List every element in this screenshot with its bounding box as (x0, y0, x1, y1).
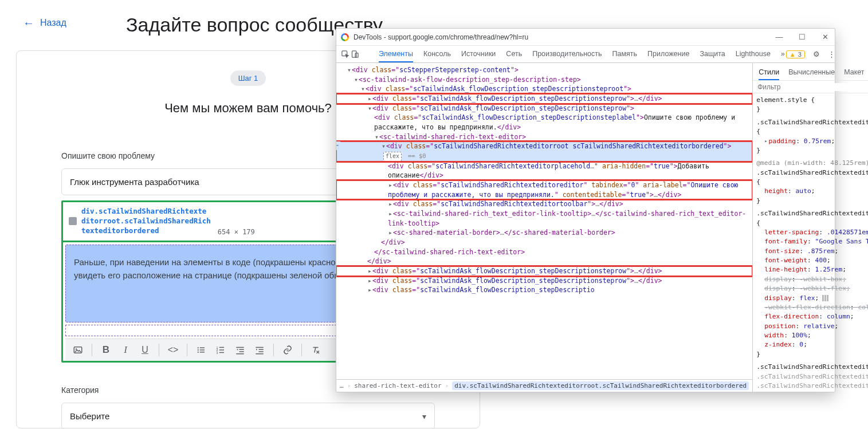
inspect-tooltip-dimensions: 654 × 179 (218, 228, 255, 236)
warnings-badge[interactable]: ▲3 (786, 50, 805, 58)
back-link[interactable]: ← Назад (23, 17, 66, 29)
css-declaration[interactable]: font-family: "Google Sans Text",Roboto,A… (764, 237, 868, 246)
css-declaration[interactable]: display: -webkit-box; (764, 275, 868, 284)
svg-point-1 (76, 348, 77, 349)
css-declaration[interactable]: ▸padding: 0.75rem; (764, 137, 868, 146)
css-declaration[interactable]: height: auto; (764, 187, 868, 196)
tab-styles[interactable]: Стили (759, 65, 779, 80)
svg-text:3: 3 (217, 351, 218, 355)
svg-rect-19 (259, 349, 264, 351)
dom-node-highlighted[interactable]: ▸<div class="scTailwindSharedRichtextedi… (336, 180, 752, 199)
css-declaration[interactable]: position: relative; (764, 322, 868, 331)
dom-node[interactable]: ▸<sc-tailwind-shared-rich_text_editor-li… (336, 209, 752, 228)
numbered-list-button[interactable]: 123 (213, 342, 229, 358)
css-declaration[interactable]: display: -webkit-flex; (764, 284, 868, 293)
dom-breadcrumb[interactable]: … › shared-rich-text-editor › div.scTail… (336, 379, 752, 392)
css-declaration[interactable]: line-height: 1.25rem; (764, 265, 868, 274)
svg-rect-18 (256, 347, 264, 348)
breadcrumb-item-selected[interactable]: div.scTailwindSharedRichtexteditorroot.s… (452, 381, 749, 390)
kebab-menu-icon[interactable]: ⋮ (828, 50, 835, 58)
tabs-overflow[interactable]: » (781, 46, 785, 62)
tab-console[interactable]: Консоль (423, 46, 451, 62)
tab-memory[interactable]: Память (612, 46, 638, 62)
image-icon[interactable] (70, 342, 86, 358)
css-declaration[interactable]: width: 100%; (764, 331, 868, 340)
dom-node[interactable]: <div class="scTailwindAsk_flowDescriptio… (336, 113, 752, 132)
styles-rules[interactable]: element.style { } .scTailwindSharedRicht… (753, 93, 868, 392)
dom-node-highlighted[interactable]: ▸<div class="scTailwindAsk_flowDescripti… (336, 94, 752, 104)
tab-performance[interactable]: Производительность (532, 46, 602, 62)
dom-node[interactable]: ▾<div class="scTailwindAsk_flowDescripti… (336, 84, 752, 94)
tab-elements[interactable]: Элементы (379, 46, 413, 62)
tab-lighthouse[interactable]: Lighthouse (736, 46, 771, 62)
dom-node[interactable]: ▸<div class="scTailwindAsk_flowDescripti… (336, 285, 752, 295)
svg-point-4 (198, 349, 199, 351)
dom-node[interactable]: </div> (336, 238, 752, 247)
devtools-window: DevTools - support.google.com/chrome/thr… (336, 28, 835, 392)
tab-network[interactable]: Сеть (506, 46, 522, 62)
style-rule[interactable]: .scTailwindSharedRichtexteditorroot, .sc… (756, 363, 868, 392)
tab-computed[interactable]: Вычисленные (788, 65, 835, 80)
inspect-element-icon[interactable] (341, 49, 349, 60)
indent-button[interactable] (252, 342, 268, 358)
underline-button[interactable]: U (137, 342, 153, 358)
svg-rect-16 (239, 351, 244, 352)
style-rule[interactable]: element.style { } (756, 96, 868, 115)
link-button[interactable] (280, 342, 296, 358)
step-badge: Шаг 1 (230, 70, 266, 86)
css-declaration[interactable]: z-index: 0; (764, 340, 868, 349)
css-declaration[interactable]: display: flex; (764, 294, 868, 303)
dom-node[interactable]: ▸<div class="scTailwindSharedRichtextedi… (336, 199, 752, 209)
svg-rect-14 (236, 347, 244, 348)
devtools-titlebar[interactable]: DevTools - support.google.com/chrome/thr… (336, 29, 835, 46)
css-declaration[interactable]: letter-spacing: .01428571em; (764, 228, 868, 237)
dom-node-selected[interactable]: ⋯ ▾<div class="scTailwindSharedRichtexte… (336, 141, 752, 161)
dom-node[interactable]: ▾<sc-tailwind-ask-flow-description_step-… (336, 75, 752, 85)
inspect-tooltip-selector: div.scTailwindSharedRichtexte ditorroot.… (81, 207, 211, 236)
dom-node[interactable]: ▸<div class="scTailwindAsk_flowDescripti… (336, 276, 752, 286)
minimize-button[interactable]: — (774, 33, 784, 41)
outdent-button[interactable] (232, 342, 248, 358)
css-declaration[interactable]: -webkit-flex-direction: column; (764, 303, 868, 312)
css-declaration[interactable]: flex-direction: column; (764, 312, 868, 321)
style-rule[interactable]: @media (min-width: 48.125rem) .scTailwin… (756, 159, 868, 206)
dom-node[interactable]: </sc-tailwind-shared-rich-text-editor> (336, 247, 752, 257)
clear-formatting-button[interactable] (308, 342, 324, 358)
style-rule[interactable]: .scTailwindSharedRichtexteditorroot new?… (756, 209, 868, 359)
tab-sources[interactable]: Источники (461, 46, 496, 62)
css-declaration[interactable]: font-size: .875rem; (764, 247, 868, 256)
maximize-button[interactable]: ☐ (797, 33, 807, 41)
svg-rect-21 (256, 353, 264, 355)
window-controls: — ☐ ✕ (774, 33, 830, 41)
dom-gutter-ellipsis: ⋯ (336, 141, 341, 150)
flex-badge[interactable]: flex (383, 152, 402, 162)
device-toggle-icon[interactable] (351, 49, 359, 60)
element-icon (69, 217, 77, 225)
style-rule[interactable]: .scTailwindSharedRichtexteditorroot.scTa… (756, 118, 868, 156)
styles-filter-input[interactable] (757, 83, 868, 91)
dom-node[interactable]: <div class="scTailwindSharedRichtextedit… (336, 162, 752, 180)
category-select[interactable]: Выберите ▾ (61, 403, 435, 429)
dom-node[interactable]: ▾<div class="scTailwindAsk_flowDescripti… (336, 104, 752, 113)
settings-icon[interactable]: ⚙ (813, 50, 820, 58)
breadcrumb-item[interactable]: shared-rich-text-editor (354, 382, 441, 389)
tab-security[interactable]: Защита (700, 46, 725, 62)
svg-rect-5 (200, 349, 205, 351)
dom-node[interactable]: ▾<sc-tailwind-shared-rich-text-editor> (336, 132, 752, 142)
dom-node[interactable]: ▸<sc-shared-material-border>…</sc-shared… (336, 228, 752, 238)
tab-application[interactable]: Приложение (647, 46, 689, 62)
bold-button[interactable]: B (98, 342, 114, 358)
italic-button[interactable]: I (117, 342, 133, 358)
svg-rect-23 (352, 51, 357, 57)
breadcrumb-overflow[interactable]: … (340, 382, 344, 389)
dom-tree[interactable]: ▾<div class="scStepperStepperstep-conten… (336, 63, 752, 379)
dom-node[interactable]: ▾<div class="scStepperStepperstep-conten… (336, 65, 752, 75)
css-declaration[interactable]: font-weight: 400; (764, 256, 868, 265)
tab-layout[interactable]: Макет (844, 65, 864, 80)
svg-rect-15 (239, 349, 244, 351)
bulleted-list-button[interactable] (193, 342, 209, 358)
code-button[interactable]: <> (165, 342, 181, 358)
dom-node[interactable]: </div> (336, 257, 752, 266)
dom-node-highlighted[interactable]: ▸<div class="scTailwindAsk_flowDescripti… (336, 266, 752, 276)
close-button[interactable]: ✕ (820, 33, 830, 41)
